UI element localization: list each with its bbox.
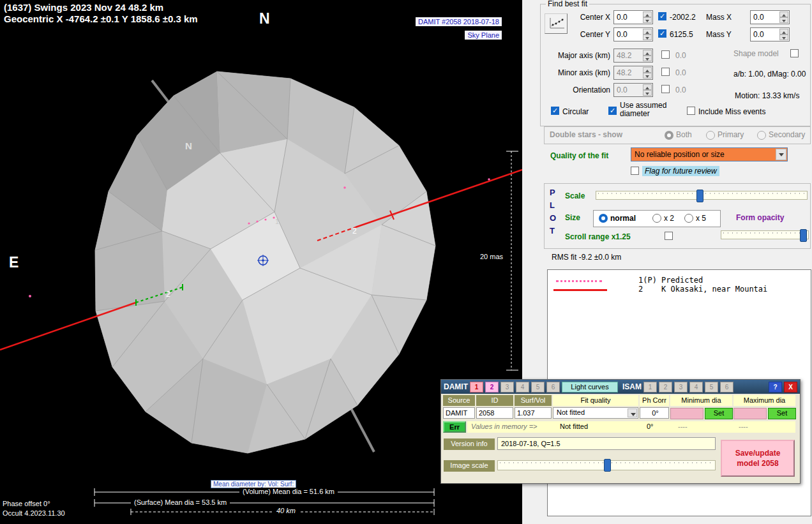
isam-tab-3[interactable]: 3: [674, 382, 688, 393]
spin-down-icon[interactable]: [779, 17, 788, 23]
minor-alt-checkbox[interactable]: [661, 68, 670, 76]
legend-row[interactable]: 2 K Okasaki, near Mountai: [638, 285, 767, 294]
east-label: E: [9, 254, 19, 271]
secondary-radio[interactable]: [757, 131, 766, 140]
spin-up-icon: [643, 67, 652, 73]
fit-chart-button[interactable]: [545, 13, 568, 34]
mas-scale-label: 20 mas: [480, 253, 503, 260]
damit-tab-3[interactable]: 3: [500, 382, 514, 393]
spin-down-icon: [643, 90, 652, 96]
chevron-down-icon[interactable]: [628, 408, 637, 417]
slider-track[interactable]: [721, 230, 809, 239]
orientation-label: Orientation: [552, 86, 610, 94]
flag-review-checkbox[interactable]: [631, 167, 639, 175]
version-info-input[interactable]: 2018-07-18, Q=1.5: [497, 437, 716, 450]
miss-events-checkbox[interactable]: [687, 107, 695, 115]
isam-tab-1[interactable]: 1: [643, 382, 657, 393]
slider-thumb[interactable]: [604, 459, 611, 472]
chord-1-label: 1: [275, 218, 279, 225]
size-x2-radio[interactable]: [652, 214, 661, 223]
id-cell: 2058: [476, 407, 513, 419]
fit-quality-header: Fit quality: [553, 395, 638, 406]
help-button[interactable]: ?: [769, 382, 782, 393]
center-y-stepper[interactable]: 0.0: [613, 27, 653, 41]
damit-tab-1[interactable]: 1: [470, 382, 483, 393]
chevron-down-icon[interactable]: [776, 149, 786, 160]
isam-tab-5[interactable]: 5: [705, 382, 718, 393]
slider-thumb[interactable]: [800, 229, 807, 242]
form-opacity-label[interactable]: Form opacity: [736, 213, 784, 222]
close-button[interactable]: X: [784, 382, 797, 393]
minor-axis-stepper[interactable]: 48.2: [613, 66, 653, 80]
flag-review-label: Flag for future review: [642, 166, 719, 176]
max-dia-field[interactable]: [733, 408, 767, 419]
scale-label: Scale: [565, 191, 585, 200]
spin-up-icon[interactable]: [643, 11, 652, 17]
shape-model-label: Shape model: [733, 49, 779, 58]
event-title: (1637) Swings 2023 Nov 24 48.2 km: [4, 2, 163, 13]
surfvol-cell: 1.037: [515, 407, 552, 419]
both-radio[interactable]: [665, 131, 673, 140]
fit-quality-dropdown[interactable]: Not fitted: [553, 407, 638, 419]
light-curves-button[interactable]: Light curves: [562, 382, 618, 393]
err-button[interactable]: Err: [443, 421, 466, 433]
damit-tab-4[interactable]: 4: [516, 382, 529, 393]
damit-tab-5[interactable]: 5: [531, 382, 545, 393]
set-min-dia-button[interactable]: Set: [705, 408, 733, 419]
set-max-dia-button[interactable]: Set: [768, 408, 796, 419]
primary-label: Primary: [718, 130, 744, 139]
min-dia-field[interactable]: [670, 408, 703, 419]
spin-up-icon[interactable]: [643, 29, 652, 34]
spin-down-icon[interactable]: [779, 34, 788, 40]
offset-y-value: 6125.5: [670, 30, 693, 39]
spin-down-icon[interactable]: [643, 34, 652, 40]
scroll-range-checkbox[interactable]: [665, 232, 673, 240]
spin-up-icon[interactable]: [779, 29, 788, 34]
center-x-label: Center X: [573, 13, 610, 22]
mass-y-stepper[interactable]: 0.0: [750, 27, 790, 41]
image-scale-slider[interactable]: [497, 456, 716, 473]
orient-alt-value: 0.0: [675, 86, 686, 94]
major-axis-stepper[interactable]: 48.2: [613, 49, 653, 63]
isam-tab-4[interactable]: 4: [689, 382, 703, 393]
orient-alt-checkbox[interactable]: [661, 85, 670, 93]
slider-thumb[interactable]: [696, 190, 703, 202]
circular-checkbox[interactable]: [551, 107, 559, 115]
size-normal-radio[interactable]: [599, 214, 608, 223]
isam-tab-6[interactable]: 6: [720, 382, 733, 393]
damit-model-window[interactable]: DAMIT 1 2 3 4 5 6 Light curves ISAM 1 2 …: [440, 379, 801, 484]
spin-up-icon[interactable]: [779, 11, 788, 17]
scroll-range-slider[interactable]: [721, 229, 809, 241]
major-alt-checkbox[interactable]: [661, 50, 670, 59]
quality-dropdown[interactable]: No reliable position or size: [631, 147, 788, 161]
damit-model-tag: DAMIT #2058 2018-07-18: [416, 17, 502, 26]
km-scale-label: 40 km: [273, 507, 299, 514]
save-update-model-button[interactable]: Save/update model 2058: [721, 440, 795, 477]
scroll-range-label: Scroll range x1.25: [565, 232, 631, 241]
find-best-fit-group: Find best fit Center X 0.0 -2002.2 Mass …: [540, 4, 811, 126]
size-normal-label: normal: [610, 214, 636, 223]
damit-tab-2[interactable]: 2: [485, 382, 499, 393]
offset-y-checkbox[interactable]: [658, 29, 666, 38]
mass-x-label: Mass X: [706, 13, 732, 22]
plot-scale-slider[interactable]: [596, 190, 808, 201]
legend-row[interactable]: 1(P) Predicted: [638, 276, 703, 285]
mass-x-stepper[interactable]: 0.0: [750, 10, 790, 24]
offset-x-checkbox[interactable]: [658, 12, 666, 20]
plot-letter-l: L: [550, 200, 555, 210]
isam-tab-2[interactable]: 2: [659, 382, 672, 393]
shape-model-checkbox[interactable]: [790, 49, 799, 57]
size-x5-radio[interactable]: [684, 214, 693, 223]
assumed-diameter-checkbox[interactable]: [608, 107, 617, 115]
primary-radio[interactable]: [706, 131, 715, 140]
assumed-diameter-label: Use assumed diameter: [620, 101, 679, 118]
center-x-stepper[interactable]: 0.0: [613, 10, 653, 24]
damit-titlebar[interactable]: DAMIT 1 2 3 4 5 6 Light curves ISAM 1 2 …: [441, 380, 800, 394]
orientation-stepper[interactable]: 0.0: [613, 83, 653, 97]
ab-ratio-info: a/b: 1.00, dMag: 0.00: [733, 70, 806, 79]
damit-tab-6[interactable]: 6: [546, 382, 560, 393]
scatter-plot-icon: [549, 17, 566, 29]
spin-down-icon: [643, 73, 652, 79]
max-dia-header: Maximum dia: [733, 395, 795, 406]
spin-down-icon[interactable]: [643, 17, 652, 23]
